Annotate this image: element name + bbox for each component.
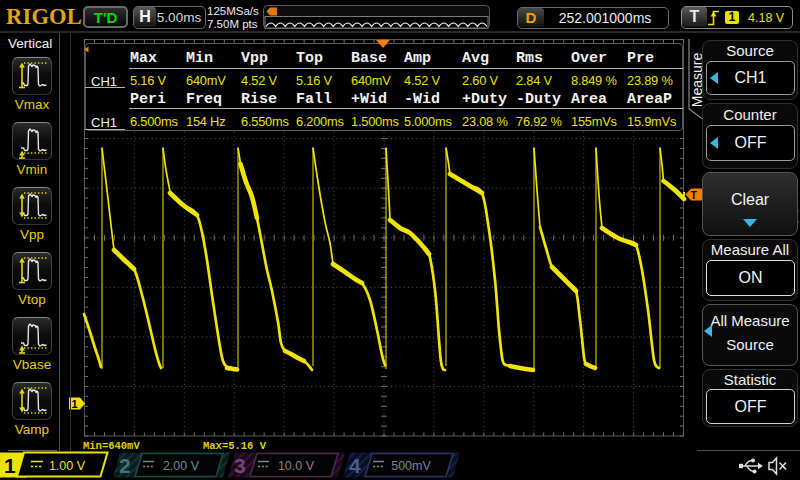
svg-text:1: 1 [4,454,16,477]
svg-text:2.00 V: 2.00 V [163,459,200,473]
svg-text:1.00 V: 1.00 V [49,459,86,473]
svg-text:3: 3 [234,454,246,477]
svg-text:10.0 V: 10.0 V [278,459,315,473]
svg-text:2: 2 [119,454,131,477]
svg-text:T: T [691,189,698,201]
svg-text:4: 4 [349,454,361,477]
svg-text:1: 1 [72,398,78,410]
svg-text:500mV: 500mV [391,459,431,473]
